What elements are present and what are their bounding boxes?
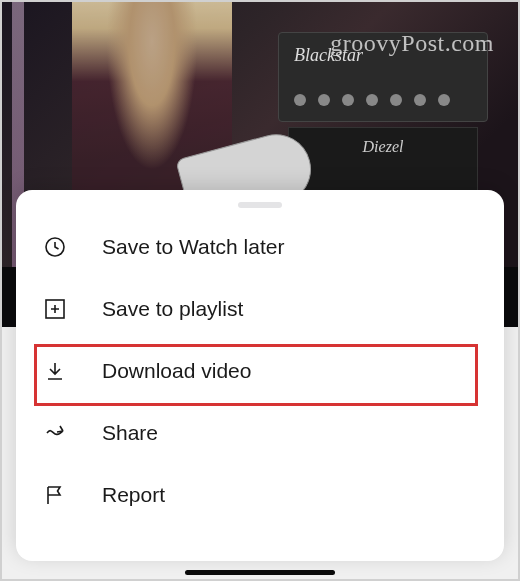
menu-label: Save to Watch later (102, 235, 284, 259)
flag-icon (42, 482, 68, 508)
share-icon (42, 420, 68, 446)
home-indicator[interactable] (185, 570, 335, 575)
menu-item-save-playlist[interactable]: Save to playlist (16, 278, 504, 340)
menu-item-report[interactable]: Report (16, 464, 504, 526)
menu-label: Download video (102, 359, 251, 383)
cabinet-brand-label: Diezel (363, 138, 404, 156)
watermark-text: groovyPost.com (330, 30, 494, 57)
clock-icon (42, 234, 68, 260)
menu-label: Report (102, 483, 165, 507)
menu-item-share[interactable]: Share (16, 402, 504, 464)
menu-label: Share (102, 421, 158, 445)
sheet-drag-handle[interactable] (238, 202, 282, 208)
menu-item-watch-later[interactable]: Save to Watch later (16, 216, 504, 278)
menu-item-download[interactable]: Download video (16, 340, 504, 402)
playlist-add-icon (42, 296, 68, 322)
action-sheet: Save to Watch later Save to playlist Dow… (16, 190, 504, 561)
download-icon (42, 358, 68, 384)
menu-label: Save to playlist (102, 297, 243, 321)
